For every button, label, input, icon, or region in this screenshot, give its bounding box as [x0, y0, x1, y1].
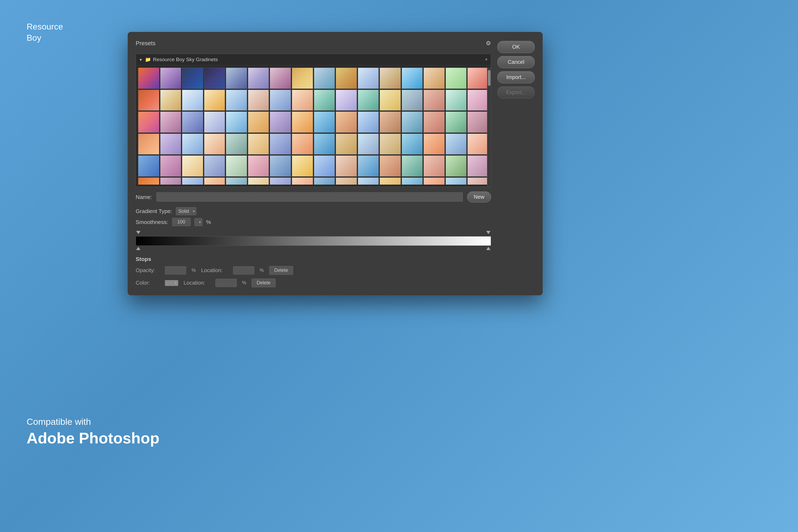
name-input[interactable]	[156, 192, 463, 202]
gradient-cell[interactable]	[138, 177, 159, 185]
gradient-cell[interactable]	[182, 90, 203, 111]
gradient-cell[interactable]	[270, 155, 291, 177]
color-swatch[interactable]	[165, 280, 178, 286]
gradient-handle-left-top[interactable]	[136, 231, 140, 235]
gradient-cell[interactable]	[292, 68, 313, 89]
gradient-handle-right-top[interactable]	[486, 231, 491, 235]
gradient-cell[interactable]	[270, 111, 291, 133]
gradient-cell[interactable]	[160, 68, 182, 89]
gradient-cell[interactable]	[182, 68, 203, 89]
gradient-cell[interactable]	[292, 90, 313, 111]
color-delete-button[interactable]: Delete	[252, 279, 276, 287]
opacity-location-input[interactable]	[233, 266, 254, 274]
cancel-button[interactable]: Cancel	[497, 56, 535, 68]
gradient-cell[interactable]	[226, 111, 247, 133]
presets-folder-row[interactable]: ▾ 📁 Resource Boy Sky Gradinets ▲	[136, 54, 491, 65]
gradient-cell[interactable]	[314, 134, 335, 155]
scroll-thumb[interactable]	[488, 70, 491, 86]
gradient-cell[interactable]	[270, 134, 291, 155]
gradient-cell[interactable]	[402, 155, 423, 177]
gradient-cell[interactable]	[270, 68, 291, 89]
gradient-cell[interactable]	[467, 68, 489, 89]
gradient-cell[interactable]	[160, 155, 182, 177]
gradient-cell[interactable]	[226, 90, 247, 111]
gradient-handle-left-bottom[interactable]	[136, 247, 140, 251]
opacity-delete-button[interactable]: Delete	[269, 266, 293, 275]
gradient-cell[interactable]	[204, 134, 225, 155]
smoothness-dropdown-wrapper[interactable]: %	[194, 218, 203, 226]
gradient-cell[interactable]	[402, 111, 423, 133]
gradient-cell[interactable]	[358, 90, 379, 111]
gradient-cell[interactable]	[138, 134, 159, 155]
gradient-cell[interactable]	[423, 111, 445, 133]
gradient-cell[interactable]	[314, 155, 335, 177]
gradient-bar[interactable]	[136, 236, 491, 246]
gradient-cell[interactable]	[314, 177, 335, 185]
gradient-cell[interactable]	[138, 90, 159, 111]
color-location-input[interactable]	[215, 279, 237, 287]
smoothness-unit-select[interactable]: %	[194, 218, 203, 226]
gradient-cell[interactable]	[336, 134, 357, 155]
gradient-handle-right-bottom[interactable]	[486, 247, 491, 251]
gradient-type-dropdown-wrapper[interactable]: Solid Noise	[176, 207, 196, 215]
new-button[interactable]: New	[467, 191, 491, 203]
gradient-cell[interactable]	[380, 111, 401, 133]
gradient-cell[interactable]	[423, 68, 445, 89]
gradient-cell[interactable]	[248, 68, 269, 89]
gradient-cell[interactable]	[182, 155, 203, 177]
gradient-cell[interactable]	[182, 177, 203, 185]
gradient-cell[interactable]	[423, 155, 445, 177]
export-button[interactable]: Export...	[497, 87, 535, 98]
gradient-cell[interactable]	[248, 134, 269, 155]
gradient-cell[interactable]	[358, 68, 379, 89]
gradient-cell[interactable]	[380, 177, 401, 185]
gradient-cell[interactable]	[204, 177, 225, 185]
gradient-cell[interactable]	[182, 134, 203, 155]
presets-scrollbar[interactable]	[487, 67, 491, 187]
gradient-cell[interactable]	[292, 134, 313, 155]
gradient-cell[interactable]	[182, 111, 203, 133]
gradient-cell[interactable]	[292, 111, 313, 133]
gradient-cell[interactable]	[292, 155, 313, 177]
gradient-cell[interactable]	[336, 90, 357, 111]
gradient-cell[interactable]	[270, 90, 291, 111]
gradient-cell[interactable]	[160, 134, 182, 155]
gradient-cell[interactable]	[204, 68, 225, 89]
gradient-cell[interactable]	[314, 111, 335, 133]
gradient-cell[interactable]	[467, 177, 489, 185]
gradient-cell[interactable]	[204, 111, 225, 133]
gradient-cell[interactable]	[402, 90, 423, 111]
gradient-cell[interactable]	[138, 68, 159, 89]
gradient-cell[interactable]	[336, 177, 357, 185]
gradient-cell[interactable]	[248, 111, 269, 133]
gradient-cell[interactable]	[467, 155, 489, 177]
gradient-cell[interactable]	[138, 155, 159, 177]
gradient-type-select[interactable]: Solid Noise	[176, 207, 196, 215]
gradient-cell[interactable]	[226, 177, 247, 185]
gradient-cell[interactable]	[467, 111, 489, 133]
gradient-cell[interactable]	[204, 155, 225, 177]
gradient-cell[interactable]	[226, 68, 247, 89]
gradient-cell[interactable]	[358, 155, 379, 177]
gradient-cell[interactable]	[467, 134, 489, 155]
scroll-up-arrow[interactable]: ▲	[484, 57, 488, 61]
gradient-cell[interactable]	[248, 177, 269, 185]
gradient-cell[interactable]	[226, 155, 247, 177]
gradient-cell[interactable]	[336, 68, 357, 89]
smoothness-input[interactable]	[172, 218, 191, 226]
gradient-cell[interactable]	[138, 111, 159, 133]
gradient-cell[interactable]	[314, 90, 335, 111]
gradient-cell[interactable]	[445, 155, 467, 177]
gradient-cell[interactable]	[226, 134, 247, 155]
gradient-cell[interactable]	[380, 90, 401, 111]
gradient-cell[interactable]	[248, 90, 269, 111]
gradient-cell[interactable]	[445, 90, 467, 111]
gradient-cell[interactable]	[380, 68, 401, 89]
import-button[interactable]: Import...	[497, 71, 535, 83]
gradient-cell[interactable]	[358, 177, 379, 185]
gradient-cell[interactable]	[445, 177, 467, 185]
gradient-cell[interactable]	[314, 68, 335, 89]
gradient-cell[interactable]	[336, 155, 357, 177]
gradient-cell[interactable]	[402, 68, 423, 89]
gradient-cell[interactable]	[423, 177, 445, 185]
